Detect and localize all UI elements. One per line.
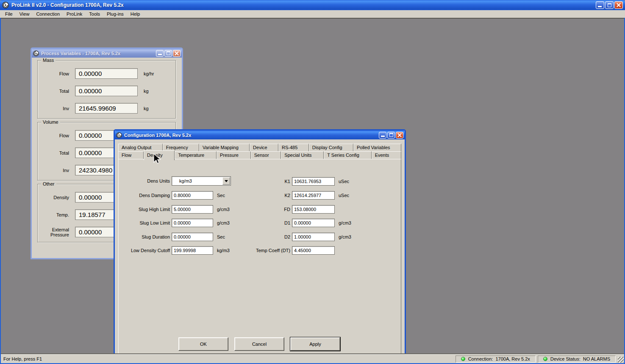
status-help-text: For Help, press F1: [1, 356, 456, 361]
low-density-cutoff-row: Low Density Cutoff kg/m3: [122, 246, 230, 255]
temp-label: Temp.: [38, 209, 69, 220]
other-group-label: Other: [41, 181, 56, 186]
maximize-button[interactable]: [605, 1, 614, 9]
tab-display-config[interactable]: Display Config: [309, 144, 353, 151]
tab-variable-mapping[interactable]: Variable Mapping: [199, 144, 250, 151]
slug-high-limit-label: Slug High Limit: [122, 207, 170, 212]
k2-row: K2 uSec: [250, 191, 349, 200]
menu-prolink[interactable]: ProLink: [63, 11, 86, 17]
dens-units-label: Dens Units: [122, 178, 170, 183]
close-button[interactable]: [173, 50, 181, 57]
maximize-icon: [167, 51, 170, 55]
apply-button[interactable]: Apply: [290, 337, 340, 351]
maximize-button[interactable]: [164, 50, 172, 57]
menu-file[interactable]: File: [2, 11, 16, 17]
maximize-button[interactable]: [387, 132, 395, 139]
tab-sensor[interactable]: Sensor: [251, 151, 281, 159]
tab-events[interactable]: Events: [372, 151, 401, 159]
statusbar: For Help, press F1 Connection: 1700A, Re…: [1, 354, 624, 363]
k2-input[interactable]: [292, 191, 335, 200]
dens-damping-input[interactable]: [172, 191, 213, 200]
volume-inv-label: Inv: [38, 165, 69, 175]
fd-input[interactable]: [292, 205, 335, 214]
menu-connection[interactable]: Connection: [33, 11, 63, 17]
menu-tools[interactable]: Tools: [86, 11, 103, 17]
slug-low-limit-label: Slug Low Limit: [122, 220, 170, 225]
d1-input[interactable]: [292, 219, 335, 227]
dens-units-select[interactable]: kg/m3: [172, 176, 231, 186]
tab-device[interactable]: Device: [250, 144, 278, 151]
mouse-cursor: [153, 153, 161, 167]
prolink-app-icon: [116, 132, 122, 138]
tab-flow[interactable]: Flow: [118, 151, 144, 159]
k1-row: K1 uSec: [250, 177, 349, 186]
tab-rs-485[interactable]: RS-485: [278, 144, 309, 151]
menu-plugins[interactable]: Plug-ins: [103, 11, 127, 17]
window-border-left: [0, 18, 1, 364]
d2-label: D2: [250, 234, 290, 239]
slug-high-limit-input[interactable]: [172, 205, 213, 214]
resize-grip[interactable]: [618, 357, 624, 363]
cancel-button[interactable]: Cancel: [234, 337, 284, 351]
k1-input[interactable]: [292, 177, 335, 186]
volume-total-label: Total: [38, 147, 69, 158]
minimize-button[interactable]: [596, 1, 604, 9]
temp-coeff-input[interactable]: [292, 246, 335, 255]
tab-special-units[interactable]: Special Units: [281, 151, 324, 159]
slug-duration-label: Slug Duration: [122, 234, 170, 239]
configuration-title: Configuration 1700A, Rev 5.2x: [124, 133, 379, 138]
tab-pressure[interactable]: Pressure: [217, 151, 251, 159]
main-titlebar[interactable]: ProLink II v2.0 - Configuration 1700A, R…: [0, 0, 625, 10]
mass-group: Mass Flow 0.00000 kg/hr Total 0.00000 kg…: [37, 60, 176, 119]
low-density-cutoff-input[interactable]: [172, 246, 213, 255]
minimize-icon: [158, 54, 162, 55]
process-variables-titlebar[interactable]: Process Variables - 1700A, Rev 5.2x: [32, 49, 182, 58]
ok-button[interactable]: OK: [178, 337, 228, 351]
mass-flow-label: Flow: [38, 68, 69, 79]
d1-label: D1: [250, 220, 290, 225]
tab-t-series-config[interactable]: T Series Config: [324, 151, 371, 159]
density-label: Density: [38, 192, 69, 203]
mdi-workspace: Process Variables - 1700A, Rev 5.2x Mass…: [0, 18, 625, 354]
dens-damping-label: Dens Damping: [122, 193, 170, 198]
prolink-app-icon: [2, 2, 9, 8]
low-density-cutoff-label: Low Density Cutoff: [122, 248, 170, 253]
prolink-main-window: ProLink II v2.0 - Configuration 1700A, R…: [0, 0, 625, 364]
mass-total-label: Total: [38, 86, 69, 96]
mass-total-unit: kg: [144, 86, 149, 96]
device-status-panel: Device Status: NO ALARMS: [538, 356, 616, 363]
close-icon: [617, 3, 621, 7]
configuration-titlebar[interactable]: Configuration 1700A, Rev 5.2x: [115, 131, 405, 139]
slug-duration-unit: Sec: [217, 234, 225, 239]
mass-total-field: 0.00000: [75, 86, 138, 96]
mass-inv-label: Inv: [38, 103, 69, 114]
mass-group-label: Mass: [41, 58, 56, 63]
dens-damping-row: Dens Damping Sec: [122, 191, 225, 200]
slug-high-limit-row: Slug High Limit g/cm3: [122, 205, 230, 214]
maximize-icon: [389, 133, 393, 137]
d2-input[interactable]: [292, 233, 335, 241]
dens-units-dropdown-button[interactable]: [222, 177, 230, 185]
slug-duration-input[interactable]: [172, 233, 213, 241]
fd-row: FD: [250, 205, 339, 214]
menu-view[interactable]: View: [16, 11, 33, 17]
close-button[interactable]: [614, 1, 623, 9]
process-variables-title: Process Variables - 1700A, Rev 5.2x: [41, 51, 156, 56]
tab-temperature[interactable]: Temperature: [175, 151, 217, 159]
tab-polled-variables[interactable]: Polled Variables: [353, 144, 401, 151]
main-window-title: ProLink II v2.0 - Configuration 1700A, R…: [11, 2, 596, 8]
slug-low-limit-input[interactable]: [172, 219, 213, 227]
temp-coeff-row: Temp Coeff (DT): [250, 246, 339, 255]
temp-coeff-label: Temp Coeff (DT): [250, 248, 290, 253]
k1-label: K1: [250, 179, 290, 184]
connection-status-panel: Connection: 1700A, Rev 5.2x: [456, 356, 536, 363]
dens-units-row: Dens Units kg/m3: [122, 176, 231, 186]
slug-low-limit-row: Slug Low Limit g/cm3: [122, 218, 230, 228]
dens-units-value: kg/m3: [172, 178, 222, 183]
close-button[interactable]: [396, 132, 403, 139]
minimize-button[interactable]: [156, 50, 164, 57]
d2-unit: g/cm3: [339, 234, 351, 239]
menu-help[interactable]: Help: [127, 11, 144, 17]
menubar: File View Connection ProLink Tools Plug-…: [0, 10, 625, 18]
minimize-button[interactable]: [379, 132, 386, 139]
